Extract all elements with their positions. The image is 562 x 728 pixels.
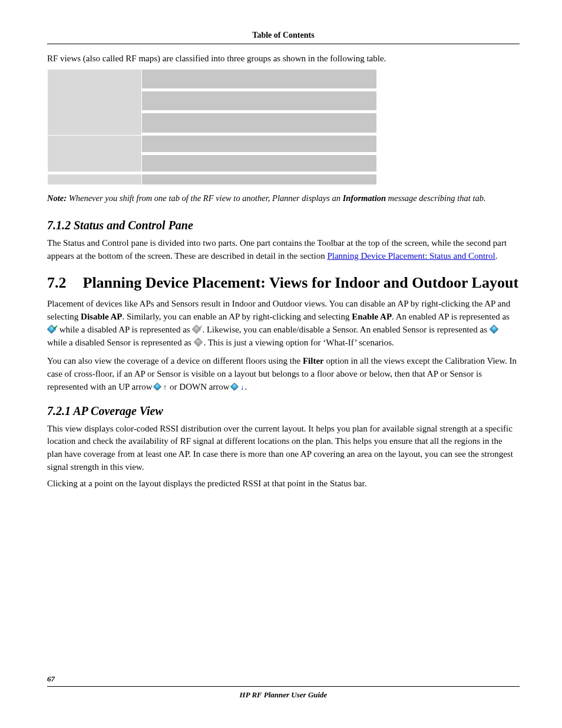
paragraph-7-2-b: You can also view the coverage of a devi… <box>47 355 520 393</box>
note-line: Note: Whenever you shift from one tab of… <box>47 193 520 203</box>
heading-number: 7.2 <box>47 274 67 292</box>
enable-ap-label: Enable AP <box>352 312 392 321</box>
note-text-before: Whenever you shift from one tab of the R… <box>67 193 343 203</box>
text: or DOWN arrow <box>167 382 232 391</box>
page-number: 67 <box>47 674 520 687</box>
paragraph-7-2-1-a: This view displays color-coded RSSI dist… <box>47 423 520 474</box>
disabled-sensor-icon <box>194 338 204 347</box>
note-info-word: Information <box>343 193 386 203</box>
text: . <box>244 382 247 391</box>
paragraph-7-1-2: The Status and Control pane is divided i… <box>47 237 520 263</box>
text: while a disabled AP is represented as <box>57 325 192 334</box>
rf-views-table <box>47 69 520 185</box>
note-label: Note: <box>47 193 67 203</box>
down-arrow-icon: ↓ <box>232 382 244 391</box>
disable-ap-label: Disable AP <box>81 312 122 321</box>
heading-7-2-1: 7.2.1 AP Coverage View <box>47 404 520 418</box>
note-text-after: message describing that tab. <box>386 193 486 203</box>
text: . <box>495 251 498 261</box>
text: . Likewise, you can enable/disable a Sen… <box>202 325 489 334</box>
text: You can also view the coverage of a devi… <box>47 356 303 365</box>
link-status-and-control[interactable]: Planning Device Placement: Status and Co… <box>327 251 495 261</box>
page-footer: 67 HP RF Planner User Guide <box>47 674 520 700</box>
paragraph-7-2-a: Placement of devices like APs and Sensor… <box>47 298 520 349</box>
disabled-ap-icon: ✔ <box>192 325 202 334</box>
heading-title: Planning Device Placement: Views for Ind… <box>83 274 520 292</box>
heading-7-1-2: 7.1.2 Status and Control Pane <box>47 219 520 232</box>
footer-title: HP RF Planner User Guide <box>47 690 520 700</box>
text: . This is just a viewing option for ‘Wha… <box>204 338 394 347</box>
filter-label: Filter <box>303 356 324 365</box>
text: . An enabled AP is represented as <box>392 312 510 321</box>
intro-paragraph: RF views (also called RF maps) are class… <box>47 52 520 65</box>
text: while a disabled Sensor is represented a… <box>47 338 194 347</box>
page-header: Table of Contents <box>47 31 520 44</box>
paragraph-7-2-1-b: Clicking at a point on the layout displa… <box>47 477 520 490</box>
enabled-ap-icon: ✔ <box>47 325 57 334</box>
heading-7-2: 7.2 Planning Device Placement: Views for… <box>47 274 520 292</box>
enabled-sensor-icon <box>490 325 500 334</box>
up-arrow-icon: ↑ <box>154 382 167 391</box>
text: . Similarly, you can enable an AP by rig… <box>123 312 352 321</box>
